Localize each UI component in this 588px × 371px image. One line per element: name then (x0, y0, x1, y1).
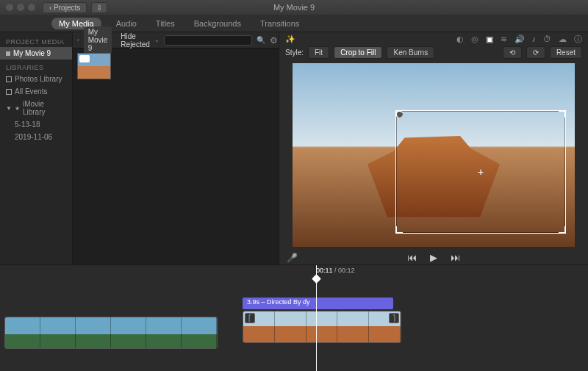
window-title: My Movie 9 (273, 3, 315, 12)
sidebar-item-project[interactable]: My Movie 9 (0, 47, 72, 60)
info-icon[interactable]: ⓘ (574, 34, 582, 45)
photos-icon (6, 76, 12, 82)
back-icon[interactable]: ‹ (77, 37, 79, 43)
playback-controls: 🎤 ⏮ ▶ ⏭ (279, 251, 588, 265)
crop-style-bar: Style: Fit Crop to Fill Ken Burns ⟲ ⟳ Re… (279, 46, 588, 59)
preview-viewer: ✨ ◐ ◎ ▣ ≋ 🔊 ♪ ⏱ ☁ ⓘ Style: Fit Crop to F… (279, 32, 588, 264)
sidebar-item-event2[interactable]: 2019-11-06 (0, 131, 72, 143)
window-titlebar: ‹ Projects ⇩ My Movie 9 (0, 0, 588, 15)
sidebar-item-label: 5-13-18 (15, 120, 40, 129)
current-time: 00:11 (316, 267, 333, 274)
search-icon: 🔍 (257, 36, 265, 44)
star-icon: ★ (15, 105, 20, 112)
prev-button[interactable]: ⏮ (407, 252, 417, 263)
wand-icon[interactable]: ✨ (285, 35, 295, 44)
play-button[interactable]: ▶ (430, 252, 437, 263)
timeline-tracks[interactable]: 3.9s – Directed By dy ⎡ ⎤ (0, 278, 588, 293)
total-time: 00:12 (338, 267, 355, 274)
clip-handle-left[interactable]: ⎡ (245, 313, 255, 323)
crop-handle-bl[interactable] (395, 226, 403, 234)
tab-titles[interactable]: Titles (151, 16, 179, 31)
back-to-projects-button[interactable]: ‹ Projects (43, 2, 87, 13)
media-browser: ‹ My Movie 9 Hide Rejected ⌄ 🔍 ⚙ (73, 32, 279, 264)
project-icon (6, 51, 10, 56)
tab-audio[interactable]: Audio (112, 16, 141, 31)
viewer-tool-row: ✨ ◐ ◎ ▣ ≋ 🔊 ♪ ⏱ ☁ ⓘ (279, 32, 588, 46)
style-crop-to-fill[interactable]: Crop to Fill (334, 46, 382, 59)
style-ken-burns[interactable]: Ken Burns (387, 46, 434, 59)
crop-center-icon: + (478, 166, 484, 178)
crop-handle-br[interactable] (559, 226, 566, 234)
timeline-ruler[interactable]: 00:11 / 00:12 (0, 265, 588, 278)
video-clip-1[interactable] (4, 317, 218, 349)
tab-transitions[interactable]: Transitions (256, 16, 304, 31)
sidebar-item-label: 2019-11-06 (15, 133, 52, 141)
color-balance-icon[interactable]: ◐ (456, 35, 464, 44)
timeline[interactable]: 00:11 / 00:12 3.9s – Directed By dy ⎡ ⎤ (0, 264, 588, 371)
traffic-lights[interactable] (6, 4, 35, 11)
sidebar: PROJECT MEDIA My Movie 9 LIBRARIES Photo… (0, 32, 73, 264)
sidebar-item-event1[interactable]: 5-13-18 (0, 118, 72, 131)
crop-handle-tl[interactable] (395, 110, 403, 118)
sidebar-item-label: Photos Library (15, 75, 62, 83)
search-input[interactable] (164, 35, 252, 46)
crop-icon[interactable]: ▣ (486, 35, 493, 44)
title-clip[interactable]: 3.9s – Directed By dy (243, 298, 393, 309)
rotate-cw-button[interactable]: ⟳ (526, 46, 545, 59)
browser-toolbar: ‹ My Movie 9 Hide Rejected ⌄ 🔍 ⚙ (73, 32, 279, 48)
timecode: 00:11 / 00:12 (316, 267, 355, 274)
sidebar-item-label: All Events (15, 87, 47, 96)
sidebar-item-label: My Movie 9 (13, 49, 51, 57)
sidebar-item-imovie-library[interactable]: ▼ ★ iMovie Library (0, 98, 72, 118)
crop-handle-tr[interactable] (559, 110, 566, 118)
sidebar-item-label: iMovie Library (23, 100, 66, 116)
chevron-down-icon[interactable]: ⌄ (154, 37, 159, 43)
speed-icon[interactable]: ⏱ (543, 35, 551, 43)
gear-icon[interactable]: ⚙ (270, 35, 278, 46)
next-button[interactable]: ⏭ (451, 252, 460, 263)
chevron-down-icon: ▼ (6, 105, 12, 112)
import-button[interactable]: ⇩ (91, 2, 107, 13)
voiceover-icon[interactable]: 🎤 (287, 253, 298, 263)
back-label: Projects (54, 4, 80, 12)
video-clip-2[interactable]: ⎡ ⎤ (243, 311, 401, 343)
sidebar-section-project: PROJECT MEDIA (0, 34, 72, 47)
sidebar-section-libraries: LIBRARIES (0, 60, 72, 73)
style-fit[interactable]: Fit (308, 46, 329, 59)
sidebar-item-photos[interactable]: Photos Library (0, 73, 72, 85)
media-thumbnail[interactable] (77, 53, 111, 79)
filter-label[interactable]: Hide Rejected (121, 32, 149, 48)
style-label: Style: (285, 48, 304, 57)
clip-handle-right[interactable]: ⎤ (389, 313, 399, 323)
stabilize-icon[interactable]: ≋ (501, 35, 507, 44)
tab-backgrounds[interactable]: Backgrounds (190, 16, 245, 31)
crop-rect[interactable]: + (395, 110, 566, 234)
rotate-ccw-button[interactable]: ⟲ (503, 46, 522, 59)
preview-canvas[interactable]: + (293, 63, 575, 247)
color-correction-icon[interactable]: ◎ (471, 35, 478, 44)
noise-icon[interactable]: ♪ (532, 35, 537, 43)
reset-button[interactable]: Reset (550, 46, 582, 59)
sidebar-item-events[interactable]: All Events (0, 85, 72, 98)
playhead[interactable] (316, 265, 317, 371)
volume-icon[interactable]: 🔊 (514, 35, 525, 44)
filter-icon[interactable]: ☁ (559, 35, 567, 44)
events-icon (6, 89, 12, 95)
